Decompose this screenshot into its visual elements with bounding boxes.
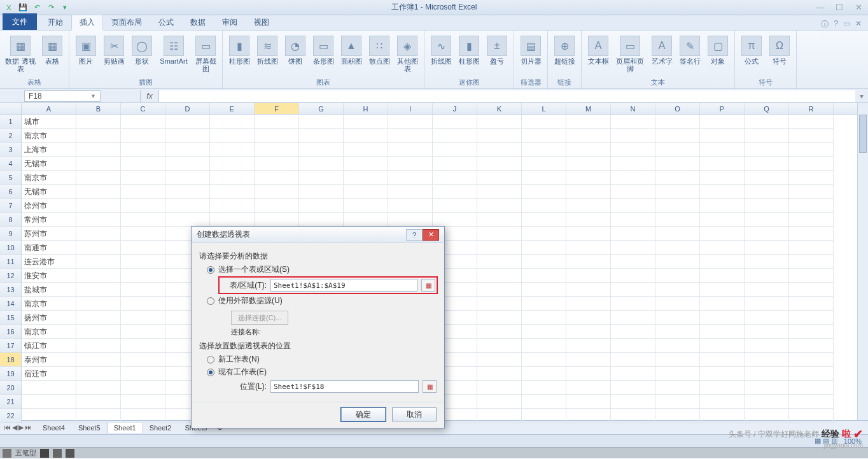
cell[interactable] xyxy=(210,157,255,171)
cell[interactable] xyxy=(76,213,121,227)
cell[interactable] xyxy=(477,311,522,325)
row-header[interactable]: 17 xyxy=(0,339,22,353)
cell[interactable] xyxy=(522,129,566,143)
cell[interactable] xyxy=(745,381,789,395)
cell[interactable] xyxy=(210,143,255,157)
cell[interactable] xyxy=(611,381,655,395)
cell[interactable] xyxy=(611,339,655,353)
row-header[interactable]: 13 xyxy=(0,283,22,297)
cell[interactable] xyxy=(611,269,655,283)
cell[interactable] xyxy=(388,199,433,213)
ribbon-button[interactable]: ◯形状 xyxy=(129,34,155,66)
cell[interactable] xyxy=(522,255,566,269)
dialog-close-button[interactable]: ✕ xyxy=(423,229,439,241)
cell[interactable] xyxy=(433,185,477,199)
ribbon-button[interactable]: ✂剪贴画 xyxy=(101,34,127,66)
cell[interactable] xyxy=(789,129,834,143)
cell[interactable] xyxy=(433,171,477,185)
cell[interactable] xyxy=(76,171,121,185)
cell[interactable] xyxy=(566,297,611,311)
cell[interactable] xyxy=(477,199,522,213)
cell[interactable] xyxy=(655,185,700,199)
cell[interactable] xyxy=(789,409,834,423)
cell[interactable] xyxy=(611,157,655,171)
column-header[interactable]: B xyxy=(76,103,121,114)
cell[interactable]: 南京市 xyxy=(22,297,76,311)
cell[interactable] xyxy=(700,213,745,227)
vertical-scrollbar[interactable] xyxy=(857,103,868,420)
cell[interactable] xyxy=(566,269,611,283)
cell[interactable] xyxy=(76,339,121,353)
help-icon[interactable]: ? xyxy=(834,19,838,30)
cell[interactable] xyxy=(121,185,165,199)
cell[interactable] xyxy=(700,241,745,255)
cell[interactable] xyxy=(700,353,745,367)
column-header[interactable]: A xyxy=(22,103,76,114)
column-header[interactable]: N xyxy=(611,103,655,114)
cell[interactable] xyxy=(789,381,834,395)
cell[interactable] xyxy=(210,115,255,129)
cell[interactable] xyxy=(700,325,745,339)
cell[interactable] xyxy=(165,129,210,143)
cell[interactable] xyxy=(433,115,477,129)
sheet-tab[interactable]: Sheet4 xyxy=(36,422,72,433)
cell[interactable] xyxy=(745,367,789,381)
tab-审阅[interactable]: 审阅 xyxy=(214,15,246,30)
cell[interactable] xyxy=(611,409,655,423)
cell[interactable] xyxy=(121,143,165,157)
cell[interactable] xyxy=(700,395,745,409)
location-picker-icon[interactable]: ▦ xyxy=(423,380,437,393)
cell[interactable] xyxy=(165,213,210,227)
cell[interactable] xyxy=(299,213,344,227)
cell[interactable] xyxy=(655,199,700,213)
cell[interactable] xyxy=(76,199,121,213)
cell[interactable] xyxy=(655,297,700,311)
cell[interactable] xyxy=(700,381,745,395)
cell[interactable] xyxy=(566,283,611,297)
column-header[interactable]: E xyxy=(210,103,255,114)
cell[interactable] xyxy=(789,297,834,311)
save-icon[interactable]: 💾 xyxy=(18,3,28,13)
cell[interactable] xyxy=(566,255,611,269)
cell[interactable] xyxy=(477,339,522,353)
cell[interactable] xyxy=(655,311,700,325)
ribbon-button[interactable]: ≋折线图 xyxy=(255,34,280,66)
cell[interactable] xyxy=(700,255,745,269)
ribbon-button[interactable]: ▮柱形图 xyxy=(456,34,482,66)
cell[interactable]: 徐州市 xyxy=(22,199,76,213)
cell[interactable] xyxy=(165,115,210,129)
cell[interactable] xyxy=(655,143,700,157)
cell[interactable] xyxy=(299,143,344,157)
cell[interactable] xyxy=(76,297,121,311)
cell[interactable] xyxy=(745,311,789,325)
cell[interactable] xyxy=(121,227,165,241)
cell[interactable] xyxy=(789,283,834,297)
cell[interactable] xyxy=(344,115,388,129)
cell[interactable] xyxy=(789,185,834,199)
cell[interactable]: 镇江市 xyxy=(22,339,76,353)
cell[interactable] xyxy=(611,213,655,227)
tab-数据[interactable]: 数据 xyxy=(182,15,214,30)
cancel-button[interactable]: 取消 xyxy=(392,407,437,421)
cell[interactable] xyxy=(745,353,789,367)
cell[interactable]: 泰州市 xyxy=(22,353,76,367)
cell[interactable] xyxy=(76,227,121,241)
cell[interactable] xyxy=(388,129,433,143)
cell[interactable] xyxy=(299,129,344,143)
cell[interactable] xyxy=(789,367,834,381)
cell[interactable] xyxy=(76,367,121,381)
cell[interactable] xyxy=(165,157,210,171)
cell[interactable] xyxy=(255,213,299,227)
cell[interactable] xyxy=(655,227,700,241)
cell[interactable]: 南京市 xyxy=(22,129,76,143)
cell[interactable] xyxy=(255,171,299,185)
cell[interactable] xyxy=(655,367,700,381)
cell[interactable] xyxy=(745,185,789,199)
cell[interactable] xyxy=(76,129,121,143)
cell[interactable] xyxy=(700,269,745,283)
cell[interactable] xyxy=(344,129,388,143)
column-header[interactable]: R xyxy=(789,103,834,114)
range-picker-icon[interactable]: ▦ xyxy=(421,279,435,292)
cell[interactable] xyxy=(299,199,344,213)
cell[interactable] xyxy=(745,115,789,129)
